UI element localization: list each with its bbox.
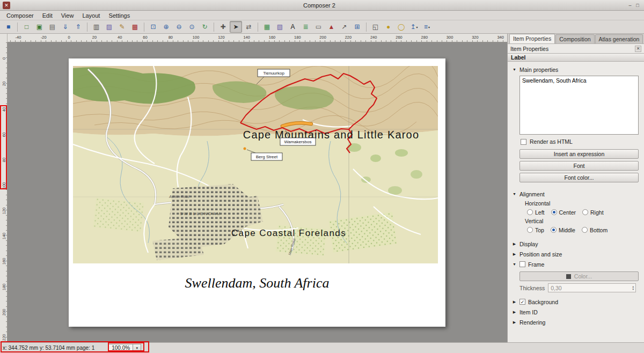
add-arrow-icon: ↗ (341, 24, 347, 30)
add-arrow-button[interactable]: ↗ (338, 21, 350, 33)
pan-button[interactable]: ✚ (217, 21, 229, 33)
thickness-spinbox[interactable]: 0,30 ▴ ▾ (548, 283, 636, 292)
town-label: SWELLENDAM (180, 211, 222, 216)
collapse-open-icon: ▼ (512, 192, 517, 196)
zoom-out-button[interactable]: ⊖ (173, 21, 185, 33)
frame-checkbox[interactable] (519, 261, 525, 267)
section-position-size[interactable]: ▶ Position and size (512, 249, 639, 259)
thickness-label: Thickness (519, 285, 545, 291)
zoom-combobox[interactable]: 100.0% ▾ (108, 344, 141, 352)
zoom-in-button[interactable]: ⊕ (160, 21, 172, 33)
section-main-properties[interactable]: ▼ Main properties (512, 64, 639, 75)
label-item-title[interactable]: Swellendam, South Africa (69, 275, 445, 291)
vertical-alignment-options: Top Middle Bottom (527, 225, 639, 234)
section-rendering[interactable]: ▶ Rendering (512, 317, 639, 327)
select-move-item-button[interactable]: ➤ (230, 21, 242, 33)
align-bottom-radio[interactable] (582, 227, 588, 233)
raise-items-button[interactable]: ↥▾ (408, 21, 420, 33)
spin-down-icon[interactable]: ▾ (632, 288, 634, 291)
align-left-radio[interactable] (527, 209, 533, 215)
h-ruler-label: -20 (41, 35, 47, 40)
composition-page[interactable]: Cape Mountains and Little Karoo Cape Coa… (69, 58, 445, 327)
callout-berg-street-label: Berg Street (256, 155, 278, 159)
lock-items-button[interactable]: ● (382, 21, 394, 33)
menu-composer[interactable]: Composer (2, 12, 38, 19)
export-as-pdf-button[interactable]: ▩ (129, 21, 141, 33)
load-from-template-button[interactable]: ⇑ (72, 21, 84, 33)
panel-tabs: Item Properties Composition Atlas genera… (508, 34, 644, 44)
move-item-content-button[interactable]: ⇄ (243, 21, 255, 33)
region-label-forelands: Cape Coastal Forelands (231, 228, 346, 238)
v-ruler-label: 60 (1, 131, 6, 138)
align-right-radio[interactable] (582, 209, 588, 215)
zoom-actual-button[interactable]: ⊙ (186, 21, 198, 33)
load-from-template-icon: ⇑ (75, 24, 80, 30)
lock-items-icon: ● (386, 24, 390, 30)
window-minimize-button[interactable]: – (626, 2, 634, 9)
align-center-radio[interactable] (551, 209, 557, 215)
tab-composition[interactable]: Composition (555, 34, 594, 43)
add-legend-icon: ≣ (303, 24, 308, 30)
section-background-title: Background (528, 299, 558, 305)
menu-view[interactable]: View (57, 12, 78, 19)
tab-item-properties[interactable]: Item Properties (509, 34, 555, 43)
section-display-title: Display (519, 241, 538, 247)
color-swatch (566, 274, 571, 279)
region-label-mountains: Cape Mountains and Little Karoo (243, 129, 420, 141)
label-text-input[interactable]: Swellendam, South Africa (519, 76, 639, 135)
section-display[interactable]: ▶ Display (512, 239, 639, 249)
road-label-ashton: Ashton Road (169, 195, 189, 198)
h-ruler-label: 60 (143, 35, 147, 40)
align-middle-radio[interactable] (551, 227, 557, 233)
duplicate-composition-icon: ▣ (36, 24, 42, 30)
align-top-radio[interactable] (527, 227, 533, 233)
zoom-value[interactable]: 100.0% (108, 344, 133, 352)
h-ruler-label: 20 (92, 35, 97, 40)
section-item-id[interactable]: ▶ Item ID (512, 307, 639, 317)
insert-expression-button[interactable]: Insert an expression (519, 149, 639, 159)
font-button[interactable]: Font (519, 161, 639, 171)
add-image-button[interactable]: ▧ (274, 21, 286, 33)
add-new-map-button[interactable]: ▦ (261, 21, 273, 33)
add-scalebar-button[interactable]: ▭ (312, 21, 325, 33)
group-items-button[interactable]: ◱ (369, 21, 382, 33)
section-alignment[interactable]: ▼ Alignment (512, 189, 639, 199)
save-project-button[interactable]: ■ (2, 21, 14, 33)
frame-color-button[interactable]: Color... (519, 271, 639, 281)
refresh-view-button[interactable]: ↻ (199, 21, 211, 33)
export-as-image-button[interactable]: ▨ (103, 21, 115, 33)
background-checkbox[interactable]: ✓ (519, 299, 525, 305)
section-background[interactable]: ▶ ✓ Background (512, 297, 639, 307)
map-item[interactable]: Cape Mountains and Little Karoo Cape Coa… (73, 66, 438, 263)
v-ruler-label: 120 (1, 207, 6, 215)
window-maximize-button[interactable]: □ (634, 2, 641, 9)
add-attribute-table-button[interactable]: ⊞ (351, 21, 363, 33)
menu-settings[interactable]: Settings (104, 12, 134, 19)
print-button[interactable]: ▥ (90, 21, 103, 33)
font-color-button[interactable]: Font color... (519, 173, 639, 182)
export-as-svg-button[interactable]: ✎ (116, 21, 128, 33)
menu-layout[interactable]: Layout (78, 12, 104, 19)
spinner[interactable]: ▴ ▾ (632, 285, 635, 291)
new-composition-button[interactable]: □ (20, 21, 33, 33)
composition-canvas[interactable]: Cape Mountains and Little Karoo Cape Coa… (8, 42, 507, 342)
h-ruler-label: 300 (447, 35, 453, 40)
zoom-full-button[interactable]: ⊡ (147, 21, 159, 33)
menu-edit[interactable]: Edit (38, 12, 57, 19)
add-legend-button[interactable]: ≣ (299, 21, 312, 33)
zoom-dropdown-button[interactable]: ▾ (133, 344, 141, 352)
unlock-items-button[interactable]: ◯ (395, 21, 407, 33)
render-as-html-checkbox[interactable] (521, 139, 526, 145)
align-items-button[interactable]: ≡▾ (421, 21, 433, 33)
add-basic-shape-button[interactable]: ▲ (325, 21, 338, 33)
collapse-closed-icon: ▶ (512, 310, 517, 314)
section-frame[interactable]: ▼ Frame (512, 259, 639, 269)
section-rendering-title: Rendering (519, 319, 545, 326)
add-label-button[interactable]: A (287, 21, 299, 33)
window-close-button[interactable]: ✕ (3, 2, 10, 9)
save-as-template-button[interactable]: ⇓ (59, 21, 71, 33)
duplicate-composition-button[interactable]: ▣ (33, 21, 46, 33)
composition-manager-button[interactable]: ▤ (46, 21, 58, 33)
panel-close-button[interactable]: ✕ (635, 46, 641, 52)
tab-atlas-generation[interactable]: Atlas generation (595, 34, 643, 43)
